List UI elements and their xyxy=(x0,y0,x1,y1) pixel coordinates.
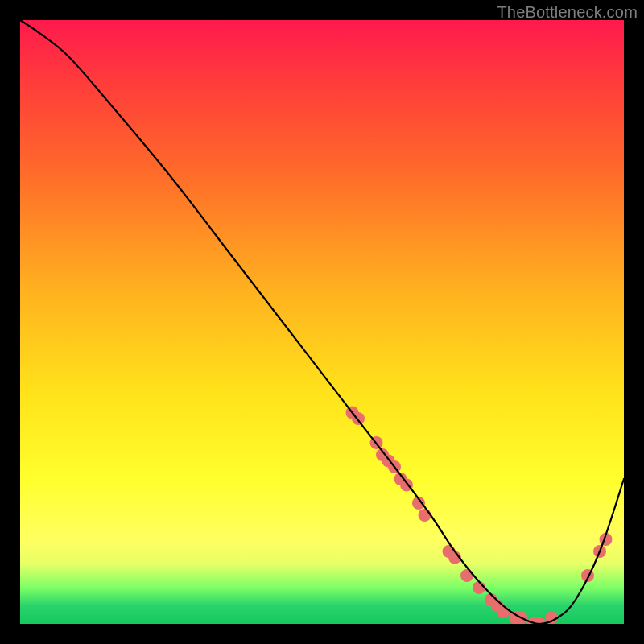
scatter-point xyxy=(460,569,473,582)
gradient-plot-area xyxy=(20,20,624,624)
scatter-points-group xyxy=(346,407,613,625)
scatter-point xyxy=(419,509,431,522)
chart-svg xyxy=(20,20,624,624)
bottleneck-curve-line xyxy=(20,20,624,624)
scatter-point xyxy=(497,605,510,618)
black-frame: TheBottleneck.com xyxy=(0,0,644,644)
watermark-text: TheBottleneck.com xyxy=(497,3,638,22)
